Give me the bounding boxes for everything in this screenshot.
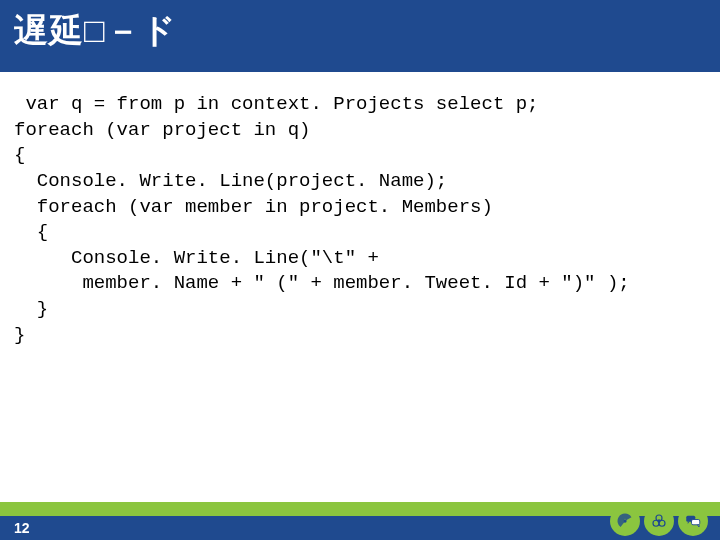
footer-icon-row [610,506,708,536]
code-line-6: Console. Write. Line("\t" + [14,247,379,269]
code-line-4: foreach (var member in project. Members) [14,196,493,218]
radiation-icon [610,506,640,536]
code-line-9: } [14,324,25,346]
slide-footer: 12 [0,502,720,540]
code-line-8: } [14,298,48,320]
code-line-5: { [14,221,48,243]
svg-rect-6 [692,520,700,525]
slide-header: 遅延□－ド [0,0,720,72]
code-line-3: Console. Write. Line(project. Name); [14,170,447,192]
code-line-2: { [14,144,25,166]
code-block: var q = from p in context. Projects sele… [0,72,720,358]
slide-title: 遅延□－ド [14,8,177,54]
code-line-1: foreach (var project in q) [14,119,310,141]
svg-point-4 [658,520,660,522]
page-number: 12 [14,520,30,536]
code-line-7: member. Name + " (" + member. Tweet. Id … [14,272,630,294]
speech-bubbles-icon [678,506,708,536]
code-line-0: var q = from p in context. Projects sele… [14,93,539,115]
biohazard-icon [644,506,674,536]
